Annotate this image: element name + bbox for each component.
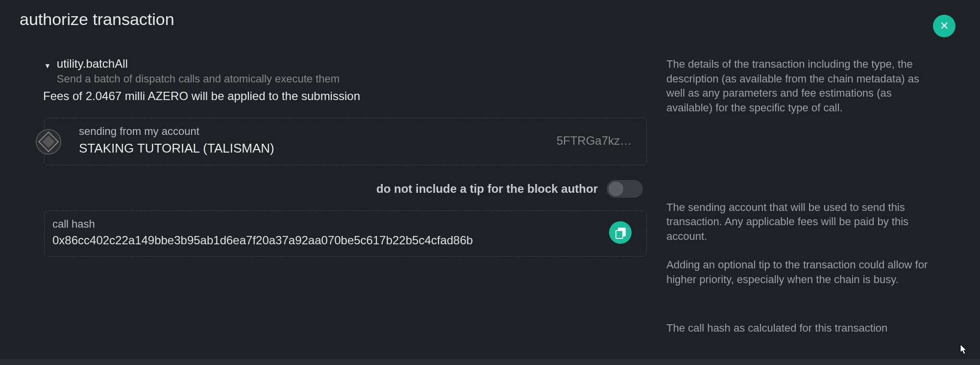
help-tip: Adding an optional tip to the transactio…	[666, 258, 941, 287]
tip-label: do not include a tip for the block autho…	[376, 182, 598, 196]
help-hash: The call hash as calculated for this tra…	[666, 321, 941, 336]
toggle-knob	[609, 182, 623, 196]
call-name: utility.batchAll	[57, 57, 647, 71]
close-icon: ✕	[940, 20, 949, 32]
account-name: STAKING TUTORIAL (TALISMAN)	[79, 141, 557, 156]
tip-row: do not include a tip for the block autho…	[44, 180, 647, 198]
caret-down-icon[interactable]: ▼	[44, 62, 51, 70]
call-hash-value: 0x86cc402c22a149bbe3b95ab1d6ea7f20a37a92…	[52, 234, 609, 247]
help-column: The details of the transaction including…	[666, 57, 960, 349]
account-short-address: 5FTRGa7kz…	[557, 134, 632, 148]
sending-account-field[interactable]: sending from my account STAKING TUTORIAL…	[44, 118, 647, 165]
call-info: utility.batchAll Send a batch of dispatc…	[57, 57, 647, 85]
call-header: ▼ utility.batchAll Send a batch of dispa…	[44, 57, 647, 85]
account-field-label: sending from my account	[79, 125, 557, 138]
call-hash-field: call hash 0x86cc402c22a149bbe3b95ab1d6ea…	[44, 210, 647, 257]
fees-text: Fees of 2.0467 milli AZERO will be appli…	[43, 89, 647, 103]
account-field-content: sending from my account STAKING TUTORIAL…	[79, 125, 557, 156]
authorize-transaction-modal: authorize transaction ✕ ▼ utility.batchA…	[0, 0, 980, 365]
hash-field-content: call hash 0x86cc402c22a149bbe3b95ab1d6ea…	[52, 218, 609, 247]
page-title: authorize transaction	[20, 10, 174, 29]
copy-icon	[615, 228, 625, 237]
close-button[interactable]: ✕	[933, 15, 956, 37]
tip-toggle[interactable]	[607, 180, 643, 198]
help-account: The sending account that will be used to…	[666, 200, 941, 244]
account-avatar	[36, 129, 61, 155]
call-description: Send a batch of dispatch calls and atomi…	[57, 73, 647, 85]
transaction-details-column: ▼ utility.batchAll Send a batch of dispa…	[44, 57, 647, 349]
modal-content: ▼ utility.batchAll Send a batch of dispa…	[0, 42, 980, 359]
hash-field-label: call hash	[52, 218, 609, 231]
modal-footer: sign and submit Sign and Submit	[0, 359, 980, 365]
help-details: The details of the transaction including…	[666, 57, 941, 115]
modal-header: authorize transaction ✕	[0, 0, 980, 42]
copy-hash-button[interactable]	[609, 221, 632, 244]
